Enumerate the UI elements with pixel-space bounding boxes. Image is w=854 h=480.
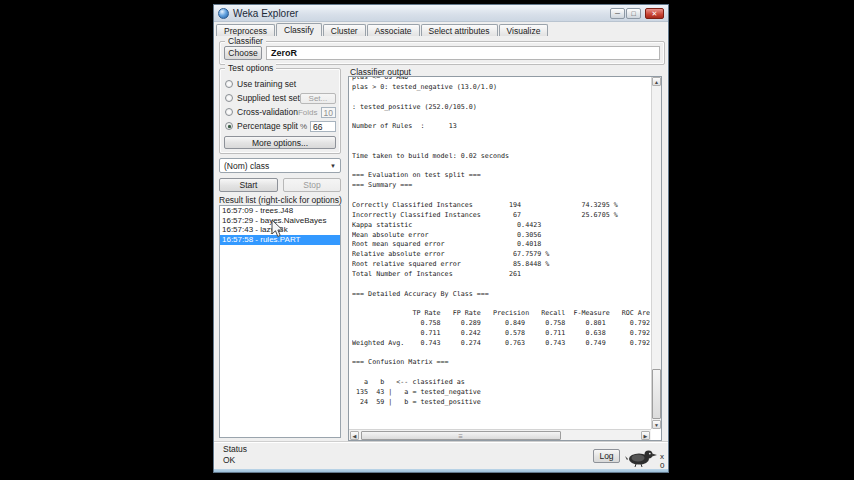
vertical-scrollbar[interactable]: ▲ ▼ bbox=[651, 77, 661, 429]
class-attribute-value: (Nom) class bbox=[224, 161, 269, 171]
window-bottom-border bbox=[214, 469, 668, 472]
set-test-set-button[interactable]: Set... bbox=[300, 93, 336, 104]
test-option-label: Supplied test set bbox=[237, 93, 300, 103]
tab-cluster[interactable]: Cluster bbox=[323, 24, 366, 36]
test-option-supplied-test-set[interactable]: Supplied test setSet... bbox=[224, 91, 336, 105]
mouse-cursor bbox=[271, 219, 284, 242]
test-option-label: Percentage split bbox=[237, 121, 298, 131]
title-bar[interactable]: Weka Explorer ─ □ ✕ bbox=[214, 5, 668, 22]
test-option-percentage-split[interactable]: Percentage split%66 bbox=[224, 119, 336, 133]
test-options-group-label: Test options bbox=[225, 63, 276, 73]
status-value: OK bbox=[223, 455, 235, 465]
tab-bar: PreprocessClassifyClusterAssociateSelect… bbox=[216, 23, 666, 36]
more-options-button[interactable]: More options... bbox=[224, 136, 336, 149]
scroll-left-icon[interactable]: ◀ bbox=[350, 431, 359, 440]
cross-validation-value-field[interactable]: 10 bbox=[321, 107, 336, 118]
classifier-output-text: plas <= 69 AND plas > 0: tested_negative… bbox=[352, 76, 650, 428]
test-option-label: Use training set bbox=[237, 79, 296, 89]
scroll-right-icon[interactable]: ▶ bbox=[641, 431, 650, 440]
tab-preprocess[interactable]: Preprocess bbox=[216, 24, 275, 36]
tab-visualize[interactable]: Visualize bbox=[499, 24, 549, 36]
classifier-scheme-field[interactable]: ZeroR bbox=[266, 46, 660, 60]
test-option-label: Cross-validation bbox=[237, 107, 298, 117]
class-attribute-dropdown[interactable]: (Nom) class ▼ bbox=[219, 158, 341, 173]
weka-app-icon bbox=[218, 8, 229, 19]
window-title: Weka Explorer bbox=[233, 8, 298, 19]
close-button[interactable]: ✕ bbox=[645, 8, 664, 19]
stop-button[interactable]: Stop bbox=[283, 178, 341, 192]
tab-associate[interactable]: Associate bbox=[367, 24, 420, 36]
minimize-button[interactable]: ─ bbox=[610, 8, 625, 19]
result-item[interactable]: 16:57:09 - trees.J48 bbox=[220, 206, 340, 216]
folds-label: Folds bbox=[298, 108, 318, 117]
radio-icon[interactable] bbox=[225, 94, 233, 102]
radio-icon[interactable] bbox=[225, 122, 233, 130]
classifier-group: Classifier Choose ZeroR bbox=[219, 41, 665, 65]
choose-classifier-button[interactable]: Choose bbox=[224, 46, 262, 60]
test-option-use-training-set[interactable]: Use training set bbox=[224, 77, 336, 91]
test-options-list: Use training setSupplied test setSet...C… bbox=[224, 77, 336, 133]
classifier-group-label: Classifier bbox=[225, 36, 266, 46]
desktop: Weka Explorer ─ □ ✕ PreprocessClassifyCl… bbox=[0, 0, 854, 480]
radio-icon[interactable] bbox=[225, 80, 233, 88]
status-label: Status bbox=[223, 444, 247, 454]
percentage-split-value-field[interactable]: 66 bbox=[310, 121, 336, 132]
tab-select-attributes[interactable]: Select attributes bbox=[421, 24, 498, 36]
test-options-group: Test options Use training setSupplied te… bbox=[219, 68, 341, 154]
maximize-button[interactable]: □ bbox=[626, 8, 641, 19]
log-button[interactable]: Log bbox=[593, 449, 620, 463]
chevron-down-icon: ▼ bbox=[330, 163, 336, 169]
scroll-down-icon[interactable]: ▼ bbox=[652, 420, 661, 429]
window-controls: ─ □ ✕ bbox=[610, 8, 664, 19]
grip-dots-icon: ☰ bbox=[458, 433, 463, 439]
weka-bird-counter: x 0 bbox=[660, 452, 668, 470]
status-bar: Status OK Log x 0 bbox=[214, 441, 668, 469]
tab-classify[interactable]: Classify bbox=[276, 23, 322, 36]
start-button[interactable]: Start bbox=[219, 178, 278, 192]
--label: % bbox=[300, 122, 307, 131]
test-option-cross-validation[interactable]: Cross-validationFolds10 bbox=[224, 105, 336, 119]
horizontal-scrollbar[interactable]: ◀ ☰ ▶ bbox=[349, 429, 651, 440]
horizontal-scroll-thumb[interactable]: ☰ bbox=[361, 431, 561, 440]
result-list-label: Result list (right-click for options) bbox=[219, 195, 342, 205]
radio-icon[interactable] bbox=[225, 108, 233, 116]
vertical-scroll-thumb[interactable] bbox=[652, 369, 661, 419]
scroll-up-icon[interactable]: ▲ bbox=[652, 77, 661, 86]
classifier-output-panel: plas <= 69 AND plas > 0: tested_negative… bbox=[348, 76, 662, 441]
